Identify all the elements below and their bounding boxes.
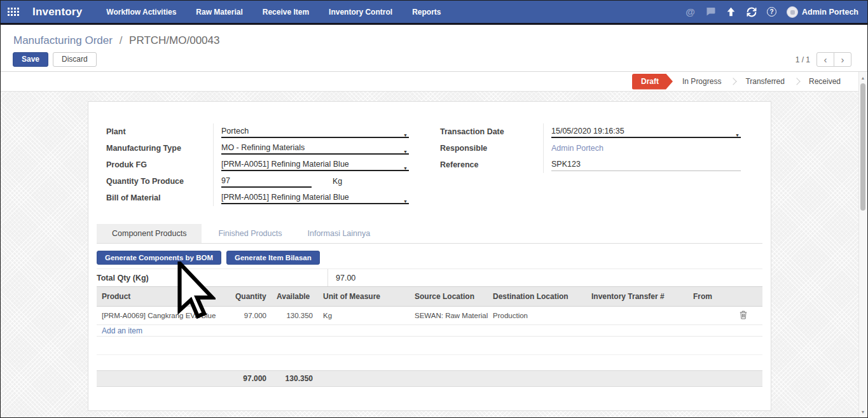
vertical-scrollbar[interactable]: ▲ ▼ (858, 72, 867, 417)
app-title[interactable]: Inventory (32, 6, 82, 18)
table-row[interactable]: [PRM-A0069] Cangkrang EVA Blue 97.000 13… (97, 307, 762, 325)
tab-informasi-lainnya[interactable]: Informasi Lainnya (299, 224, 380, 243)
app-window: Inventory Workflow Activities Raw Materi… (0, 0, 868, 418)
col-quantity[interactable]: Quantity (230, 287, 272, 307)
cell-from[interactable] (688, 307, 724, 325)
manufacturing-type-label: Manufacturing Type (106, 144, 213, 153)
refresh-icon[interactable] (746, 6, 757, 17)
col-actions (724, 287, 762, 307)
pager-previous-button[interactable]: ‹ (816, 52, 834, 67)
generate-item-bilasan-button[interactable]: Generate Item Bilasan (226, 251, 320, 265)
dropdown-caret-icon: ▼ (403, 195, 408, 207)
navbar-systray: @ ? Admin Portech (685, 6, 867, 18)
reference-field[interactable]: SPK123 (551, 158, 741, 171)
tab-component-products[interactable]: Component Products (97, 224, 202, 243)
breadcrumb-manufacturing-order[interactable]: Manufacturing Order (13, 34, 113, 46)
state-received[interactable]: Received (799, 77, 850, 86)
main-menu: Workflow Activities Raw Material Receive… (106, 8, 441, 17)
menu-raw-material[interactable]: Raw Material (196, 8, 242, 17)
apps-grid-icon (8, 8, 19, 16)
components-table: Product Quantity Available Unit of Measu… (97, 286, 762, 355)
col-destination-location[interactable]: Destination Location (488, 287, 586, 307)
quantity-to-produce-field[interactable]: 97 (221, 175, 312, 188)
cell-uom[interactable]: Kg (318, 307, 410, 325)
responsible-value[interactable]: Admin Portech (551, 144, 603, 153)
produk-fg-field[interactable]: [PRM-A0051] Refining Material Blue▼ (221, 158, 409, 171)
pager-next-button[interactable]: › (834, 52, 851, 67)
table-totals-row: 97.000 130.350 (97, 370, 762, 387)
discard-button[interactable]: Discard (53, 52, 97, 67)
notebook-tabs: Component Products Finished Products Inf… (97, 224, 762, 244)
table-header-row: Product Quantity Available Unit of Measu… (97, 287, 762, 307)
menu-reports[interactable]: Reports (412, 8, 441, 17)
cell-source-location[interactable]: SEWAN: Raw Material (410, 307, 488, 325)
control-panel: Manufacturing Order / PRTCH/MO/00043 Sav… (1, 27, 867, 72)
user-name: Admin Portech (802, 8, 858, 17)
upload-arrow-icon[interactable] (726, 6, 736, 17)
cell-available[interactable]: 130.350 (272, 307, 318, 325)
top-navbar: Inventory Workflow Activities Raw Materi… (1, 1, 867, 25)
cell-quantity[interactable]: 97.000 (230, 307, 272, 325)
plant-label: Plant (106, 127, 213, 136)
transaction-date-field[interactable]: 15/05/2020 19:16:35▼ (551, 125, 741, 138)
save-button[interactable]: Save (13, 52, 48, 67)
delete-row-button[interactable] (724, 307, 762, 325)
add-item-row: Add an item (97, 325, 762, 337)
help-icon[interactable]: ? (766, 6, 777, 17)
record-pager: 1 / 1 ‹ › (796, 52, 851, 67)
statusbar-row: Draft In Progress Transferred Received (1, 72, 860, 92)
menu-workflow-activities[interactable]: Workflow Activities (106, 8, 176, 17)
transaction-date-label: Transaction Date (440, 127, 543, 136)
produk-fg-label: Produk FG (106, 160, 213, 169)
bill-of-material-field[interactable]: [PRM-A0051] Refining Material Blue▼ (221, 192, 409, 204)
cell-destination-location[interactable]: Production (488, 307, 586, 325)
tab-action-buttons: Generate Components by BOM Generate Item… (97, 251, 320, 265)
total-qty-label: Total Qty (Kg) (97, 274, 327, 282)
apps-menu-button[interactable] (1, 8, 26, 16)
mentions-icon[interactable]: @ (685, 6, 696, 17)
plant-field[interactable]: Portech▼ (221, 125, 409, 138)
state-in-progress[interactable]: In Progress (673, 77, 731, 86)
dropdown-caret-icon: ▼ (403, 162, 408, 174)
user-menu[interactable]: Admin Portech (787, 6, 858, 18)
form-group-left: Plant Portech▼ Manufacturing Type MO - R… (106, 123, 427, 206)
dropdown-caret-icon: ▼ (403, 146, 408, 158)
quantity-to-produce-label: Quantity To Produce (106, 177, 213, 186)
trash-icon (740, 310, 747, 319)
state-draft[interactable]: Draft (632, 74, 673, 90)
col-from[interactable]: From (688, 287, 724, 307)
state-transferred[interactable]: Transferred (736, 77, 794, 86)
messages-icon[interactable] (705, 6, 716, 17)
cell-product[interactable]: [PRM-A0069] Cangkrang EVA Blue (97, 307, 230, 325)
bill-of-material-label: Bill of Material (106, 193, 213, 202)
breadcrumb: Manufacturing Order / PRTCH/MO/00043 (13, 34, 219, 47)
menu-receive-item[interactable]: Receive Item (263, 8, 309, 17)
menu-inventory-control[interactable]: Inventory Control (329, 8, 392, 17)
col-unit-of-measure[interactable]: Unit of Measure (318, 287, 410, 307)
col-available[interactable]: Available (272, 287, 318, 307)
col-source-location[interactable]: Source Location (410, 287, 488, 307)
scrollbar-down-arrow[interactable]: ▼ (859, 407, 867, 416)
total-qty-row: Total Qty (Kg) 97.00 (97, 268, 762, 286)
form-group-right: Transaction Date 15/05/2020 19:16:35▼ Re… (440, 123, 744, 173)
manufacturing-type-field[interactable]: MO - Refining Materials▼ (221, 142, 409, 155)
pager-count: 1 / 1 (796, 55, 810, 64)
reference-label: Reference (440, 160, 543, 169)
col-inventory-transfer[interactable]: Inventory Transfer # (586, 287, 688, 307)
tab-finished-products[interactable]: Finished Products (209, 224, 291, 243)
scrollbar-up-arrow[interactable]: ▲ (859, 73, 867, 82)
col-product[interactable]: Product (97, 287, 230, 307)
form-sheet: Plant Portech▼ Manufacturing Type MO - R… (88, 101, 771, 411)
cell-inventory-transfer[interactable] (586, 307, 688, 325)
generate-components-by-bom-button[interactable]: Generate Components by BOM (97, 251, 221, 265)
total-quantity: 97.000 (230, 371, 272, 387)
scrollbar-thumb[interactable] (860, 83, 865, 211)
user-avatar (787, 6, 798, 18)
dropdown-caret-icon: ▼ (735, 129, 740, 141)
dropdown-caret-icon: ▼ (403, 129, 408, 141)
add-an-item-link[interactable]: Add an item (102, 326, 142, 335)
statusbar: Draft In Progress Transferred Received (632, 72, 850, 91)
uom-suffix: Kg (333, 177, 342, 186)
total-available: 130.350 (272, 371, 318, 387)
responsible-label: Responsible (440, 144, 543, 153)
